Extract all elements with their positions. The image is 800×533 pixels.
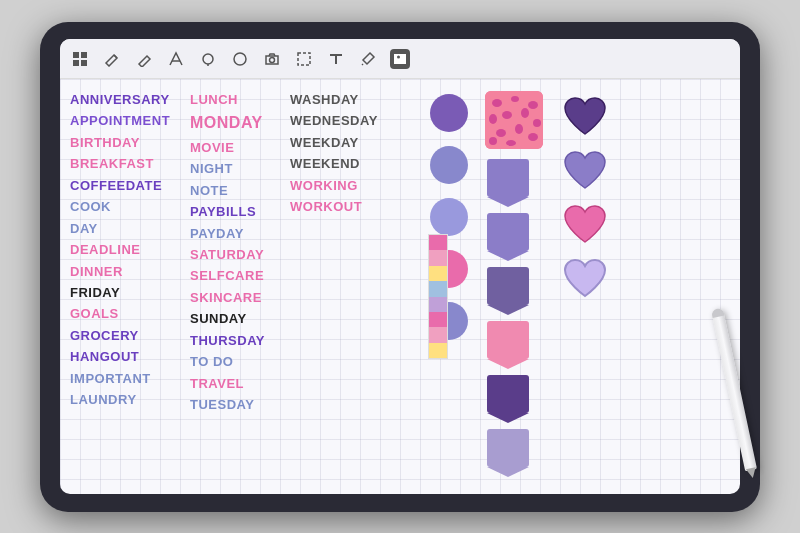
word-goals: GOALS <box>70 303 190 324</box>
word-weekend: WEEKEND <box>290 153 400 174</box>
flag-3 <box>487 267 529 315</box>
column-1: ANNIVERSARY APPOINTMENT BIRTHDAY BREAKFA… <box>70 89 190 416</box>
word-workout: WORKOUT <box>290 196 400 217</box>
heart-4 <box>560 256 610 302</box>
hearts-column <box>560 94 610 302</box>
word-working: WORKING <box>290 175 400 196</box>
svg-point-6 <box>234 53 246 65</box>
flag-2 <box>487 213 529 261</box>
word-hangout: HANGOUT <box>70 346 190 367</box>
svg-point-10 <box>492 99 502 107</box>
column-2: LUNCH MONDAY MOVIE NIGHT NOTE PAYBILLS P… <box>190 89 290 416</box>
strip-8 <box>429 343 447 358</box>
svg-point-11 <box>511 96 519 102</box>
heart-1 <box>560 94 610 140</box>
svg-marker-31 <box>487 413 529 423</box>
toolbar <box>60 39 740 79</box>
svg-rect-32 <box>487 429 529 467</box>
tablet-screen: ANNIVERSARY APPOINTMENT BIRTHDAY BREAKFA… <box>60 39 740 494</box>
svg-point-16 <box>533 119 541 127</box>
svg-point-13 <box>489 114 497 124</box>
heart-3 <box>560 202 610 248</box>
eraser-icon[interactable] <box>134 49 154 69</box>
svg-point-21 <box>506 140 516 146</box>
column-3: WASHDAY WEDNESDAY WEEKDAY WEEKEND WORKIN… <box>290 89 400 416</box>
word-day: DAY <box>70 218 190 239</box>
heart-2 <box>560 148 610 194</box>
svg-rect-8 <box>298 53 310 65</box>
svg-marker-23 <box>487 197 529 207</box>
word-todo: TO DO <box>190 351 290 372</box>
svg-rect-24 <box>487 213 529 251</box>
svg-point-19 <box>528 133 538 141</box>
word-friday: FRIDAY <box>70 282 190 303</box>
svg-point-14 <box>502 111 512 119</box>
selection-icon[interactable] <box>294 49 314 69</box>
word-movie: MOVIE <box>190 137 290 158</box>
svg-rect-28 <box>487 321 529 359</box>
word-deadline: DEADLINE <box>70 239 190 260</box>
circle-tool-icon[interactable] <box>230 49 250 69</box>
strip-5 <box>429 297 447 312</box>
svg-marker-25 <box>487 251 529 261</box>
word-tuesday: TUESDAY <box>190 394 290 415</box>
circle-3 <box>430 198 468 236</box>
word-thursday: THURSDAY <box>190 330 290 351</box>
svg-point-7 <box>270 57 275 62</box>
word-coffeedate: COFFEEDATE <box>70 175 190 196</box>
circle-1 <box>430 94 468 132</box>
word-weekday: WEEKDAY <box>290 132 400 153</box>
svg-rect-0 <box>73 52 79 58</box>
svg-marker-33 <box>487 467 529 477</box>
strip-4 <box>429 281 447 296</box>
word-laundry: LAUNDRY <box>70 389 190 410</box>
word-note: NOTE <box>190 180 290 201</box>
word-grocery: GROCERY <box>70 325 190 346</box>
flag-4 <box>487 321 529 369</box>
strip-sticker <box>428 234 448 359</box>
word-important: IMPORTANT <box>70 368 190 389</box>
grid-icon[interactable] <box>70 49 90 69</box>
word-skincare: SKINCARE <box>190 287 290 308</box>
flag-5 <box>487 375 529 423</box>
svg-point-17 <box>496 129 506 137</box>
word-appointment: APPOINTMENT <box>70 110 190 131</box>
pencil-icon[interactable] <box>102 49 122 69</box>
word-washday: WASHDAY <box>290 89 400 110</box>
svg-point-5 <box>203 54 213 64</box>
flag-6 <box>487 429 529 477</box>
svg-rect-3 <box>81 60 87 66</box>
svg-point-12 <box>528 101 538 109</box>
flag-1 <box>487 159 529 207</box>
word-lunch: LUNCH <box>190 89 290 110</box>
word-payday: PAYDAY <box>190 223 290 244</box>
strip-6 <box>429 312 447 327</box>
svg-marker-29 <box>487 359 529 369</box>
word-dinner: DINNER <box>70 261 190 282</box>
svg-marker-27 <box>487 305 529 315</box>
strip-2 <box>429 250 447 265</box>
word-cook: COOK <box>70 196 190 217</box>
circle-2 <box>430 146 468 184</box>
svg-point-18 <box>515 124 523 134</box>
word-travel: TRAVEL <box>190 373 290 394</box>
svg-rect-2 <box>73 60 79 66</box>
eyedropper-icon[interactable] <box>358 49 378 69</box>
strip-1 <box>429 235 447 250</box>
word-breakfast: BREAKFAST <box>70 153 190 174</box>
camera-icon[interactable] <box>262 49 282 69</box>
svg-rect-30 <box>487 375 529 413</box>
pen-icon[interactable] <box>166 49 186 69</box>
word-monday: MONDAY <box>190 110 290 136</box>
flags-column <box>487 159 529 477</box>
words-grid: ANNIVERSARY APPOINTMENT BIRTHDAY BREAKFA… <box>70 89 400 416</box>
word-saturday: SATURDAY <box>190 244 290 265</box>
word-sunday: SUNDAY <box>190 308 290 329</box>
lasso-icon[interactable] <box>198 49 218 69</box>
text-icon[interactable] <box>326 49 346 69</box>
photo-icon[interactable] <box>390 49 410 69</box>
svg-point-20 <box>489 137 497 145</box>
svg-rect-1 <box>81 52 87 58</box>
word-birthday: BIRTHDAY <box>70 132 190 153</box>
tablet: ANNIVERSARY APPOINTMENT BIRTHDAY BREAKFA… <box>40 22 760 512</box>
